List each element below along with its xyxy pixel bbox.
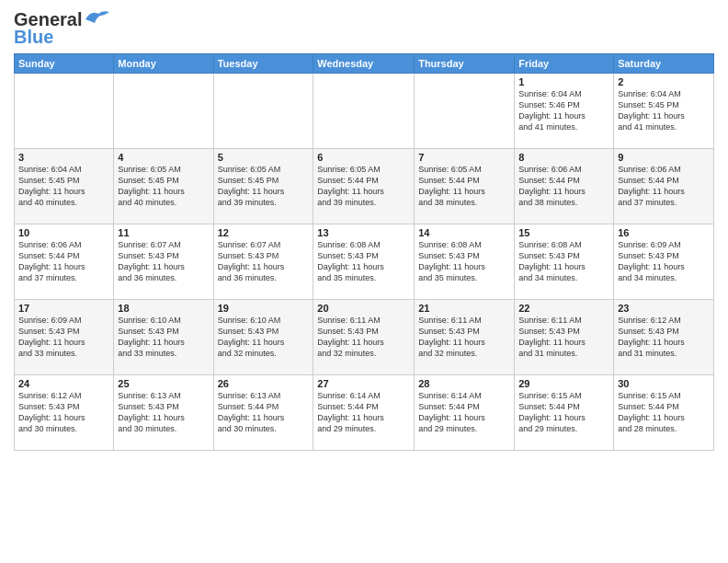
header-thursday: Thursday [415,54,515,74]
day-number: 9 [618,152,710,163]
header-tuesday: Tuesday [213,54,313,74]
calendar-cell: 27Sunrise: 6:14 AM Sunset: 5:44 PM Dayli… [313,375,415,451]
calendar-cell: 14Sunrise: 6:08 AM Sunset: 5:43 PM Dayli… [415,224,515,300]
day-number: 7 [418,152,510,163]
day-info: Sunrise: 6:08 AM Sunset: 5:43 PM Dayligh… [518,239,609,284]
day-info: Sunrise: 6:05 AM Sunset: 5:45 PM Dayligh… [118,164,209,209]
calendar-cell: 22Sunrise: 6:11 AM Sunset: 5:43 PM Dayli… [515,300,614,375]
day-info: Sunrise: 6:12 AM Sunset: 5:43 PM Dayligh… [18,390,109,435]
day-number: 1 [518,76,609,87]
calendar-cell: 23Sunrise: 6:12 AM Sunset: 5:43 PM Dayli… [614,300,714,375]
day-info: Sunrise: 6:05 AM Sunset: 5:44 PM Dayligh… [317,164,410,209]
day-number: 18 [118,303,209,314]
day-info: Sunrise: 6:15 AM Sunset: 5:44 PM Dayligh… [518,390,609,435]
calendar-week-row: 24Sunrise: 6:12 AM Sunset: 5:43 PM Dayli… [15,375,714,451]
calendar-cell: 17Sunrise: 6:09 AM Sunset: 5:43 PM Dayli… [15,300,114,375]
calendar-cell: 20Sunrise: 6:11 AM Sunset: 5:43 PM Dayli… [313,300,415,375]
header-sunday: Sunday [15,54,114,74]
day-info: Sunrise: 6:07 AM Sunset: 5:43 PM Dayligh… [218,239,310,284]
calendar-cell: 12Sunrise: 6:07 AM Sunset: 5:43 PM Dayli… [213,224,313,300]
calendar-cell: 19Sunrise: 6:10 AM Sunset: 5:43 PM Dayli… [213,300,313,375]
day-info: Sunrise: 6:13 AM Sunset: 5:44 PM Dayligh… [218,390,310,435]
day-number: 12 [218,227,310,238]
day-info: Sunrise: 6:05 AM Sunset: 5:44 PM Dayligh… [418,164,510,209]
day-info: Sunrise: 6:07 AM Sunset: 5:43 PM Dayligh… [118,239,209,284]
calendar-cell: 13Sunrise: 6:08 AM Sunset: 5:43 PM Dayli… [313,224,415,300]
day-number: 29 [518,378,609,389]
calendar-cell: 9Sunrise: 6:06 AM Sunset: 5:44 PM Daylig… [614,149,714,224]
day-info: Sunrise: 6:04 AM Sunset: 5:46 PM Dayligh… [518,88,609,133]
calendar-cell: 6Sunrise: 6:05 AM Sunset: 5:44 PM Daylig… [313,149,415,224]
calendar-cell: 8Sunrise: 6:06 AM Sunset: 5:44 PM Daylig… [515,149,614,224]
day-info: Sunrise: 6:10 AM Sunset: 5:43 PM Dayligh… [118,315,209,360]
day-number: 20 [317,303,410,314]
calendar-cell [114,74,213,149]
day-number: 15 [518,227,609,238]
calendar-cell: 24Sunrise: 6:12 AM Sunset: 5:43 PM Dayli… [15,375,114,451]
header-wednesday: Wednesday [313,54,415,74]
day-info: Sunrise: 6:04 AM Sunset: 5:45 PM Dayligh… [18,164,109,209]
calendar-cell: 1Sunrise: 6:04 AM Sunset: 5:46 PM Daylig… [515,74,614,149]
day-info: Sunrise: 6:09 AM Sunset: 5:43 PM Dayligh… [618,239,710,284]
calendar-cell [313,74,415,149]
day-number: 8 [518,152,609,163]
day-info: Sunrise: 6:14 AM Sunset: 5:44 PM Dayligh… [317,390,410,435]
day-info: Sunrise: 6:11 AM Sunset: 5:43 PM Dayligh… [518,315,609,360]
calendar-cell: 30Sunrise: 6:15 AM Sunset: 5:44 PM Dayli… [614,375,714,451]
day-number: 25 [118,378,209,389]
calendar-cell: 26Sunrise: 6:13 AM Sunset: 5:44 PM Dayli… [213,375,313,451]
day-info: Sunrise: 6:14 AM Sunset: 5:44 PM Dayligh… [418,390,510,435]
day-number: 28 [418,378,510,389]
calendar-cell: 5Sunrise: 6:05 AM Sunset: 5:45 PM Daylig… [213,149,313,224]
day-number: 11 [118,227,209,238]
day-number: 3 [18,152,109,163]
calendar-week-row: 1Sunrise: 6:04 AM Sunset: 5:46 PM Daylig… [15,74,714,149]
day-number: 16 [618,227,710,238]
day-number: 27 [317,378,410,389]
calendar-cell: 16Sunrise: 6:09 AM Sunset: 5:43 PM Dayli… [614,224,714,300]
day-info: Sunrise: 6:11 AM Sunset: 5:43 PM Dayligh… [418,315,510,360]
day-number: 6 [317,152,410,163]
day-info: Sunrise: 6:06 AM Sunset: 5:44 PM Dayligh… [618,164,710,209]
calendar-table: Sunday Monday Tuesday Wednesday Thursday… [14,53,714,451]
day-number: 2 [618,76,710,87]
calendar-week-row: 3Sunrise: 6:04 AM Sunset: 5:45 PM Daylig… [15,149,714,224]
calendar-cell [213,74,313,149]
calendar-cell [415,74,515,149]
day-number: 17 [18,303,109,314]
day-info: Sunrise: 6:12 AM Sunset: 5:43 PM Dayligh… [618,315,710,360]
header-monday: Monday [114,54,213,74]
day-info: Sunrise: 6:05 AM Sunset: 5:45 PM Dayligh… [218,164,310,209]
day-number: 10 [18,227,109,238]
calendar-cell: 15Sunrise: 6:08 AM Sunset: 5:43 PM Dayli… [515,224,614,300]
logo: General Blue [14,9,111,48]
day-number: 14 [418,227,510,238]
calendar-cell: 18Sunrise: 6:10 AM Sunset: 5:43 PM Dayli… [114,300,213,375]
day-number: 21 [418,303,510,314]
logo-bird-icon [84,8,111,29]
day-info: Sunrise: 6:09 AM Sunset: 5:43 PM Dayligh… [18,315,109,360]
day-info: Sunrise: 6:08 AM Sunset: 5:43 PM Dayligh… [418,239,510,284]
calendar-cell: 29Sunrise: 6:15 AM Sunset: 5:44 PM Dayli… [515,375,614,451]
calendar-cell: 3Sunrise: 6:04 AM Sunset: 5:45 PM Daylig… [15,149,114,224]
calendar-cell: 10Sunrise: 6:06 AM Sunset: 5:44 PM Dayli… [15,224,114,300]
calendar-cell: 28Sunrise: 6:14 AM Sunset: 5:44 PM Dayli… [415,375,515,451]
header-saturday: Saturday [614,54,714,74]
day-number: 19 [218,303,310,314]
day-info: Sunrise: 6:11 AM Sunset: 5:43 PM Dayligh… [317,315,410,360]
header-friday: Friday [515,54,614,74]
day-info: Sunrise: 6:06 AM Sunset: 5:44 PM Dayligh… [518,164,609,209]
day-info: Sunrise: 6:04 AM Sunset: 5:45 PM Dayligh… [618,88,710,133]
calendar-cell [15,74,114,149]
day-info: Sunrise: 6:10 AM Sunset: 5:43 PM Dayligh… [218,315,310,360]
calendar-week-row: 10Sunrise: 6:06 AM Sunset: 5:44 PM Dayli… [15,224,714,300]
day-number: 30 [618,378,710,389]
day-number: 24 [18,378,109,389]
calendar-cell: 2Sunrise: 6:04 AM Sunset: 5:45 PM Daylig… [614,74,714,149]
day-number: 13 [317,227,410,238]
calendar-header-row: Sunday Monday Tuesday Wednesday Thursday… [15,54,714,74]
calendar-cell: 7Sunrise: 6:05 AM Sunset: 5:44 PM Daylig… [415,149,515,224]
calendar-week-row: 17Sunrise: 6:09 AM Sunset: 5:43 PM Dayli… [15,300,714,375]
calendar-cell: 25Sunrise: 6:13 AM Sunset: 5:43 PM Dayli… [114,375,213,451]
logo-blue: Blue [14,27,111,48]
